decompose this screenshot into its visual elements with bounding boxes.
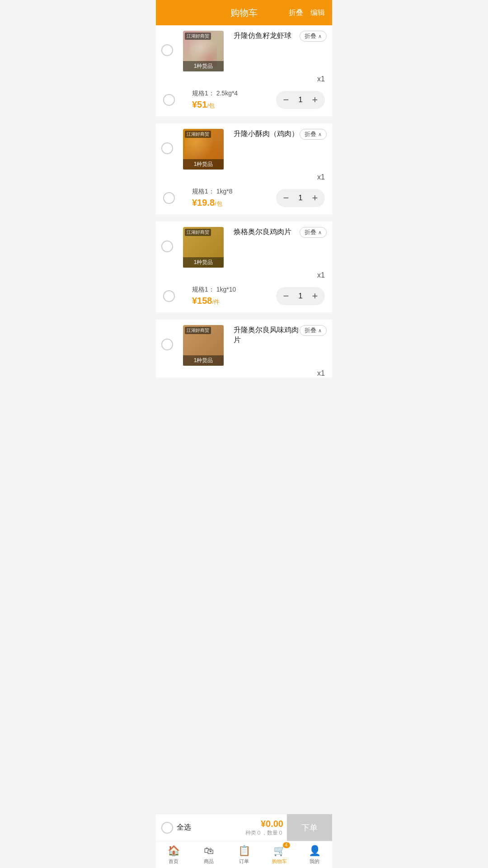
edit-button[interactable]: 编辑: [310, 8, 325, 18]
header: 购物车 折叠 编辑: [156, 0, 332, 25]
increment-p2[interactable]: +: [307, 190, 323, 206]
item-count-p2: 1种货品: [183, 159, 224, 170]
total-area: ¥0.00 种类０，数量０: [197, 819, 287, 837]
store-label-p4: 江湖好商贸: [185, 327, 211, 334]
cart-content: 江湖好商贸 1种货品 升隆仿鱼籽龙虾球 折叠 ∧ x1 规格1： 2.: [156, 25, 332, 440]
bottom-bar: 全选 ¥0.00 种类０，数量０ 下单: [156, 814, 332, 841]
name-fold-p3: 焕格奥尔良鸡肉片 折叠 ∧: [234, 227, 327, 238]
name-fold-p1: 升隆仿鱼籽龙虾球 折叠 ∧: [234, 31, 327, 42]
nav-label-profile: 我的: [310, 858, 319, 865]
x-count-p4: x1: [311, 369, 325, 377]
name-fold-p4: 升隆奥尔良风味鸡肉片 折叠 ∧: [234, 325, 327, 345]
chevron-up-icon-p2: ∧: [318, 132, 322, 137]
checkbox-spec-p1[interactable]: [163, 94, 175, 106]
increment-p1[interactable]: +: [307, 92, 323, 108]
total-price: ¥0.00: [197, 819, 283, 829]
stepper-val-p2: 1: [294, 193, 307, 203]
fold-btn-p4[interactable]: 折叠 ∧: [300, 325, 327, 336]
nav-label-orders: 订单: [239, 858, 249, 865]
profile-icon: 👤: [309, 845, 321, 857]
products-icon: 🛍: [204, 845, 214, 857]
item-count-p3: 1种货品: [183, 257, 224, 268]
spec-price-p3: ¥158/件: [192, 296, 276, 306]
nav-label-cart: 购物车: [272, 858, 287, 865]
fold-button[interactable]: 折叠: [289, 8, 303, 18]
x-badge-p1: x1: [156, 75, 332, 83]
spec-text-p1: 规格1： 2.5kg*4: [192, 90, 276, 98]
product-image-p2: 江湖好商贸 1种货品: [183, 129, 224, 170]
spec-info-p2: 规格1： 1kg*8 ¥19.8/包: [192, 188, 276, 208]
spec-text-p2: 规格1： 1kg*8: [192, 188, 276, 196]
header-info-p4: 江湖好商贸 1种货品 升隆奥尔良风味鸡肉片 折叠 ∧: [178, 325, 327, 366]
x-badge-p3: x1: [156, 271, 332, 279]
nav-bar: 🏠 首页 🛍 商品 📋 订单 🛒 4 购物车 👤 我的: [156, 841, 332, 868]
product-image-p1: 江湖好商贸 1种货品: [183, 31, 224, 71]
store-label-p3: 江湖好商贸: [185, 229, 211, 236]
nav-item-profile[interactable]: 👤 我的: [297, 841, 332, 868]
spec-info-p3: 规格1： 1kg*10 ¥158/件: [192, 286, 276, 306]
separator-3: [156, 316, 332, 320]
product-name-p1: 升隆仿鱼籽龙虾球: [234, 31, 300, 41]
nav-item-cart[interactable]: 🛒 4 购物车: [262, 841, 297, 868]
spec-text-p3: 规格1： 1kg*10: [192, 286, 276, 294]
fold-btn-p1[interactable]: 折叠 ∧: [300, 31, 327, 42]
item-count-p1: 1种货品: [183, 61, 224, 71]
header-title: 购物车: [230, 7, 258, 19]
separator-2: [156, 218, 332, 222]
cart-group-p3: 江湖好商贸 1种货品 焕格奥尔良鸡肉片 折叠 ∧ x1 规格1： 1kg*10: [156, 222, 332, 312]
nav-label-home: 首页: [169, 858, 178, 865]
stepper-p1: − 1 +: [276, 91, 325, 109]
product-image-p3: 江湖好商贸 1种货品: [183, 227, 224, 268]
header-info-p3: 江湖好商贸 1种货品 焕格奥尔良鸡肉片 折叠 ∧: [178, 227, 327, 268]
checkbox-p1[interactable]: [161, 44, 173, 56]
decrement-p3[interactable]: −: [278, 288, 294, 304]
checkbox-p4[interactable]: [161, 339, 173, 350]
product-image-p4: 江湖好商贸 1种货品: [183, 325, 224, 366]
group-header-p2: 江湖好商贸 1种货品 升隆小酥肉（鸡肉） 折叠 ∧: [156, 123, 332, 173]
spec-info-p1: 规格1： 2.5kg*4 ¥51/包: [192, 90, 276, 110]
increment-p3[interactable]: +: [307, 288, 323, 304]
product-name-p3: 焕格奥尔良鸡肉片: [234, 227, 300, 237]
name-fold-p2: 升隆小酥肉（鸡肉） 折叠 ∧: [234, 129, 327, 140]
spec-price-p1: ¥51/包: [192, 99, 276, 110]
chevron-up-icon-p1: ∧: [318, 33, 322, 39]
checkbox-p3[interactable]: [161, 241, 173, 252]
select-all-checkbox[interactable]: [161, 822, 173, 834]
nav-label-products: 商品: [204, 858, 214, 865]
group-header-p4: 江湖好商贸 1种货品 升隆奥尔良风味鸡肉片 折叠 ∧: [156, 320, 332, 369]
header-info-p2: 江湖好商贸 1种货品 升隆小酥肉（鸡肉） 折叠 ∧: [178, 129, 327, 170]
decrement-p1[interactable]: −: [278, 92, 294, 108]
checkbox-spec-p3[interactable]: [163, 290, 175, 302]
stepper-val-p3: 1: [294, 292, 307, 301]
chevron-up-icon-p3: ∧: [318, 230, 322, 236]
cart-badge: 4: [283, 842, 290, 848]
spec-row-p1: 规格1： 2.5kg*4 ¥51/包 − 1 +: [156, 83, 332, 116]
stepper-p2: − 1 +: [276, 189, 325, 207]
decrement-p2[interactable]: −: [278, 190, 294, 206]
x-badge-p4: x1: [156, 369, 332, 377]
nav-item-home[interactable]: 🏠 首页: [156, 841, 191, 868]
nav-item-orders[interactable]: 📋 订单: [226, 841, 262, 868]
select-all-area: 全选: [156, 822, 197, 834]
x-count-p3: x1: [311, 271, 325, 279]
spec-row-p3: 规格1： 1kg*10 ¥158/件 − 1 +: [156, 279, 332, 312]
cart-group-p4: 江湖好商贸 1种货品 升隆奥尔良风味鸡肉片 折叠 ∧ x1: [156, 320, 332, 377]
x-count-p2: x1: [311, 173, 325, 181]
total-sub: 种类０，数量０: [197, 829, 283, 837]
spec-row-p2: 规格1： 1kg*8 ¥19.8/包 − 1 +: [156, 181, 332, 214]
store-label-p1: 江湖好商贸: [185, 33, 211, 40]
product-name-p2: 升隆小酥肉（鸡肉）: [234, 129, 300, 139]
x-badge-p2: x1: [156, 173, 332, 181]
order-button[interactable]: 下单: [287, 814, 332, 841]
nav-item-products[interactable]: 🛍 商品: [191, 841, 226, 868]
spec-price-p2: ¥19.8/包: [192, 198, 276, 208]
stepper-val-p1: 1: [294, 95, 307, 104]
group-header-p1: 江湖好商贸 1种货品 升隆仿鱼籽龙虾球 折叠 ∧: [156, 25, 332, 75]
item-count-p4: 1种货品: [183, 355, 224, 366]
checkbox-p2[interactable]: [161, 142, 173, 154]
checkbox-spec-p2[interactable]: [163, 192, 175, 204]
fold-btn-p2[interactable]: 折叠 ∧: [300, 129, 327, 140]
header-actions: 折叠 编辑: [289, 8, 325, 18]
select-all-label: 全选: [177, 823, 191, 832]
fold-btn-p3[interactable]: 折叠 ∧: [300, 227, 327, 238]
